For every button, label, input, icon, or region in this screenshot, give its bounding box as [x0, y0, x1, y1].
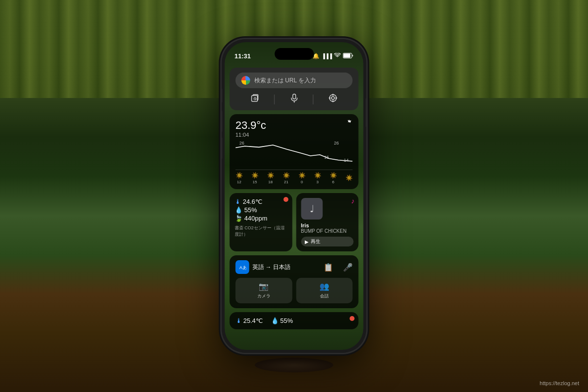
status-time: 11:31	[235, 52, 251, 60]
hour-label-4: 0	[301, 180, 303, 184]
weather-hour-1: ☀️ 15	[251, 172, 259, 184]
music-widget[interactable]: ♪ ♩ Iris BUMP OF CHICKEN ▶ 再生	[296, 193, 359, 251]
bottom-thermometer-icon: 🌡	[236, 317, 242, 324]
volume-down-button	[222, 137, 222, 159]
weather-hour-7: ☀️	[345, 174, 353, 182]
calendar-icon[interactable]: 📋	[323, 263, 333, 272]
translate-row: A あ 英語 → 日本語 📋 🎤	[236, 260, 353, 274]
music-artist: BUMP OF CHICKEN	[301, 228, 354, 234]
translate-mic-icon[interactable]: 🎤	[343, 263, 353, 272]
chrome-logo-icon	[242, 76, 250, 85]
wifi-icon	[334, 53, 341, 59]
chrome-search-placeholder[interactable]: 検索または URL を入力	[254, 76, 347, 85]
tabs-icon	[250, 93, 260, 105]
shortcut-conversation-button[interactable]: 👥 会話	[296, 278, 353, 303]
weather-chart: 26 26 15 14	[236, 140, 353, 167]
weather-time: 11:04	[236, 132, 267, 138]
shortcut-conversation-label: 会話	[320, 293, 329, 299]
chrome-search-widget[interactable]: 検索または URL を入力	[230, 68, 359, 110]
droplet-icon: 💧	[235, 206, 243, 214]
shortcut-camera-button[interactable]: 📷 カメラ	[236, 278, 293, 303]
phone-stand	[255, 358, 333, 372]
translate-app-icon: A あ	[236, 260, 249, 274]
svg-rect-2	[251, 96, 257, 101]
music-play-button[interactable]: ▶ 再生	[301, 237, 354, 246]
hour-label-2: 18	[269, 180, 273, 184]
svg-rect-1	[343, 53, 350, 57]
co2-co2-stat: 🍃 440ppm	[235, 215, 288, 222]
co2-humidity-value: 55%	[245, 206, 257, 214]
music-album-art: ♩	[301, 198, 322, 220]
music-title: Iris	[301, 222, 354, 228]
co2-device-label: 書斎 CO2センサー（温湿度計）	[235, 225, 288, 238]
svg-rect-4	[293, 94, 295, 99]
signal-icon: ▐▐▐	[321, 53, 332, 59]
sun-icon-4: ☀️	[298, 172, 306, 179]
chrome-tabs-button[interactable]	[236, 93, 275, 105]
weather-hour-5: ☀️ 3	[314, 172, 321, 184]
translate-lang-text: 英語 → 日本語	[252, 263, 291, 271]
music-icon-top: ♪	[351, 197, 355, 205]
bottom-notification-dot	[350, 316, 355, 321]
status-icons: 🔔 ▐▐▐	[313, 53, 353, 59]
phone-screen: 11:31 🔔 ▐▐▐	[225, 42, 364, 350]
weather-hour-0: ☀️ 12	[236, 172, 243, 184]
screen-content[interactable]: 検索または URL を入力	[225, 66, 364, 350]
sun-icon-0: ☀️	[236, 172, 243, 179]
shortcuts-row: 📷 カメラ 👥 会話	[236, 278, 353, 303]
hour-label-5: 3	[317, 180, 318, 184]
bottom-stats: 🌡 25.4℃ 💧 55%	[236, 317, 353, 324]
website-watermark: https://tezlog.net	[539, 380, 579, 386]
bottom-temp-stat: 🌡 25.4℃	[236, 317, 263, 324]
co2-temp-value: 24.6℃	[243, 198, 263, 205]
bell-icon: 🔔	[313, 53, 319, 59]
co2-sensor-widget[interactable]: 🌡 24.6℃ 💧 55% 🍃 440ppm 書斎 CO2センサー（温湿度計）	[230, 193, 293, 251]
chart-label-26-left: 26	[240, 141, 245, 146]
svg-text:あ: あ	[243, 265, 246, 270]
weather-temperature: 23.9°c	[236, 119, 267, 132]
weather-top: 23.9°c 11:04	[236, 119, 353, 138]
dynamic-island	[274, 48, 314, 60]
bottom-sensor-widget[interactable]: 🌡 25.4℃ 💧 55%	[230, 312, 359, 329]
weather-hour-2: ☀️ 18	[267, 172, 274, 184]
shortcut-conversation-icon: 👥	[319, 282, 329, 291]
widget-row-co2-music: 🌡 24.6℃ 💧 55% 🍃 440ppm 書斎 CO2センサー（温湿度計）	[230, 193, 359, 251]
shortcut-camera-label: カメラ	[257, 293, 270, 299]
play-label: 再生	[311, 238, 320, 245]
lens-icon	[328, 93, 338, 105]
sun-icon-2: ☀️	[267, 172, 274, 179]
chrome-search-bar[interactable]: 検索または URL を入力	[236, 73, 353, 88]
bottom-humidity-value: 55%	[280, 317, 293, 324]
hour-label-0: 12	[237, 180, 242, 184]
translate-action-buttons: 📋 🎤	[323, 263, 353, 272]
weather-widget[interactable]: 23.9°c 11:04 26 26 15 14	[230, 114, 359, 189]
navigation-icon	[346, 119, 353, 127]
translate-widget[interactable]: A あ 英語 → 日本語 📋 🎤 📷 カメラ	[230, 255, 359, 308]
bottom-humidity-stat: 💧 55%	[271, 317, 293, 324]
music-note-icon: ♩	[310, 203, 314, 215]
bottom-temp-value: 25.4℃	[244, 317, 263, 324]
thermometer-icon: 🌡	[235, 198, 241, 205]
sun-icon-7: ☀️	[345, 174, 353, 181]
chart-label-26-top: 26	[334, 141, 339, 146]
weather-hour-6: ☀️ 6	[330, 172, 337, 184]
chrome-camera-button[interactable]	[314, 93, 353, 105]
volume-up-button	[222, 110, 222, 132]
sun-icon-3: ☀️	[283, 172, 290, 179]
co2-co2-value: 440ppm	[245, 215, 268, 222]
chrome-mic-button[interactable]	[274, 93, 314, 105]
hour-label-1: 15	[253, 180, 257, 184]
mic-icon	[289, 93, 299, 105]
chart-label-15: 15	[324, 155, 329, 160]
svg-point-7	[332, 97, 335, 99]
co2-icon: 🍃	[235, 215, 243, 222]
sun-icon-1: ☀️	[251, 172, 259, 179]
hour-label-6: 6	[332, 180, 334, 184]
chart-label-14: 14	[343, 158, 348, 163]
shortcut-camera-icon: 📷	[259, 282, 269, 291]
co2-humidity-stat: 💧 55%	[235, 206, 288, 214]
co2-notification-dot	[283, 197, 288, 202]
battery-icon	[343, 53, 354, 59]
watermark-url: https://tezlog.net	[539, 380, 579, 386]
chrome-actions	[236, 93, 353, 105]
